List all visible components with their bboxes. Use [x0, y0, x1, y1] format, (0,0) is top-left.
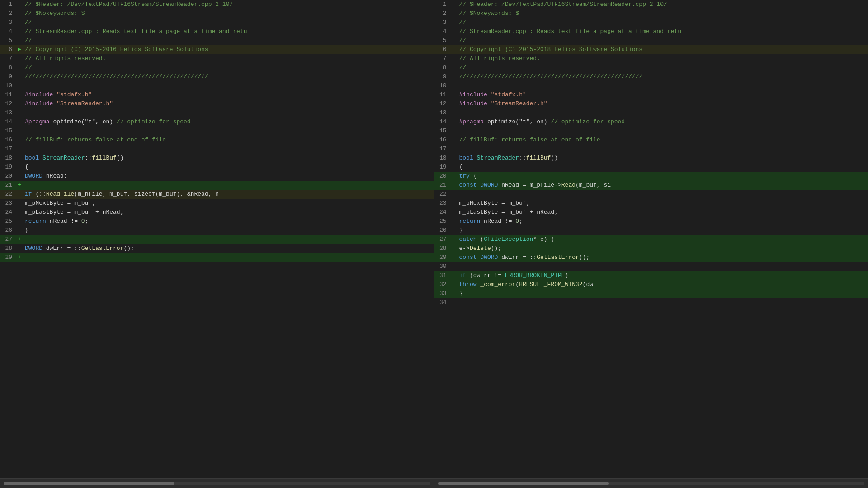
left-code-area[interactable]: 1// $Header: /Dev/TextPad/UTF16Stream/St… — [0, 0, 434, 478]
line-marker — [16, 217, 23, 226]
line-marker: ► — [16, 45, 23, 54]
panes: 1// $Header: /Dev/TextPad/UTF16Stream/St… — [0, 0, 868, 478]
table-row: 7// All rights reserved. — [434, 54, 868, 63]
line-marker — [450, 45, 458, 54]
left-scrollbar[interactable] — [0, 479, 434, 488]
right-scrollbar-thumb[interactable] — [438, 482, 609, 485]
line-marker — [16, 163, 23, 172]
line-content: DWORD nRead; — [23, 172, 434, 181]
table-row: 21 const DWORD nRead = m_pFile->Read(m_b… — [434, 181, 868, 190]
table-row: 11#include "stdafx.h" — [0, 90, 434, 99]
line-marker — [16, 9, 23, 18]
line-number: 25 — [434, 217, 450, 226]
table-row: 25 return nRead != 0; — [0, 217, 434, 226]
table-row: 8// — [434, 63, 868, 72]
left-scrollbar-track[interactable] — [4, 482, 430, 485]
line-content: DWORD dwErr = ::GetLastError(); — [23, 244, 434, 253]
line-content: bool StreamReader::fillBuf() — [23, 154, 434, 163]
line-marker — [16, 81, 23, 90]
table-row: 28 DWORD dwErr = ::GetLastError(); — [0, 244, 434, 253]
line-content: m_pLastByte = m_buf + nRead; — [458, 208, 868, 217]
line-content: const DWORD dwErr = ::GetLastError(); — [458, 253, 868, 262]
line-content: bool StreamReader::fillBuf() — [458, 154, 868, 163]
line-content: try { — [458, 172, 868, 181]
line-marker — [16, 208, 23, 217]
right-scrollbar[interactable] — [434, 479, 868, 488]
line-number: 12 — [0, 99, 16, 108]
line-marker — [450, 117, 458, 127]
line-marker — [16, 136, 23, 145]
line-marker — [16, 117, 23, 127]
line-number: 26 — [0, 226, 16, 235]
line-number: 29 — [434, 253, 450, 262]
table-row: 26 } — [0, 226, 434, 235]
line-marker — [16, 190, 23, 199]
line-content — [458, 127, 868, 136]
line-content — [458, 108, 868, 117]
line-content: if (dwErr != ERROR_BROKEN_PIPE) — [458, 271, 868, 280]
line-content: // Copyright (C) 2015-2016 Helios Softwa… — [23, 45, 434, 54]
line-content: // — [458, 36, 868, 45]
table-row: 10 — [434, 81, 868, 90]
line-content: return nRead != 0; — [458, 217, 868, 226]
table-row: 23 m_pNextByte = m_buf; — [434, 199, 868, 208]
line-number: 18 — [434, 154, 450, 163]
line-content — [23, 181, 434, 190]
line-marker — [450, 244, 458, 253]
table-row: 27 catch (CFileException* e) { — [434, 235, 868, 244]
line-number: 6 — [434, 45, 450, 54]
line-marker — [16, 90, 23, 99]
line-number: 18 — [0, 154, 16, 163]
table-row: 15 — [0, 127, 434, 136]
line-content: // $Nokeywords: $ — [23, 9, 434, 18]
line-marker — [450, 262, 458, 271]
line-number: 10 — [0, 81, 16, 90]
line-number: 6 — [0, 45, 16, 54]
line-content — [23, 81, 434, 90]
line-marker — [16, 72, 23, 81]
line-content: // — [458, 18, 868, 27]
right-pane: 1// $Header: /Dev/TextPad/UTF16Stream/St… — [434, 0, 868, 478]
line-content — [458, 145, 868, 154]
line-number: 24 — [0, 208, 16, 217]
line-marker — [16, 127, 23, 136]
table-row: 4// StreamReader.cpp : Reads text file a… — [0, 27, 434, 36]
line-marker — [16, 0, 23, 9]
line-marker — [16, 145, 23, 154]
line-number: 7 — [434, 54, 450, 63]
line-marker — [16, 108, 23, 117]
line-number: 21 — [0, 181, 16, 190]
line-marker — [450, 271, 458, 280]
line-content: { — [23, 163, 434, 172]
right-scrollbar-track[interactable] — [438, 482, 865, 485]
line-marker — [16, 36, 23, 45]
left-scrollbar-thumb[interactable] — [4, 482, 174, 485]
line-content — [458, 190, 868, 199]
line-marker — [16, 154, 23, 163]
table-row: 1// $Header: /Dev/TextPad/UTF16Stream/St… — [0, 0, 434, 9]
line-marker — [450, 0, 458, 9]
table-row: 9///////////////////////////////////////… — [434, 72, 868, 81]
line-content: // fillBuf: returns false at end of file — [458, 136, 868, 145]
line-content — [458, 262, 868, 271]
line-number: 17 — [0, 145, 16, 154]
line-marker — [16, 27, 23, 36]
line-number: 29 — [0, 253, 16, 262]
line-number: 2 — [434, 9, 450, 18]
table-row: 2// $Nokeywords: $ — [0, 9, 434, 18]
table-row: 13 — [434, 108, 868, 117]
line-number: 32 — [434, 280, 450, 289]
line-number: 19 — [0, 163, 16, 172]
table-row: 29+ — [0, 253, 434, 262]
line-content: // — [23, 63, 434, 72]
line-content: // $Header: /Dev/TextPad/UTF16Stream/Str… — [23, 0, 434, 9]
line-content: // Copyright (C) 2015-2018 Helios Softwa… — [458, 45, 868, 54]
line-number: 25 — [0, 217, 16, 226]
line-marker — [450, 298, 458, 307]
line-marker — [450, 27, 458, 36]
line-content — [23, 108, 434, 117]
table-row: 14#pragma optimize("t", on) // optimize … — [434, 117, 868, 127]
line-number: 20 — [434, 172, 450, 181]
line-content: } — [458, 289, 868, 298]
right-code-area[interactable]: 1// $Header: /Dev/TextPad/UTF16Stream/St… — [434, 0, 868, 478]
